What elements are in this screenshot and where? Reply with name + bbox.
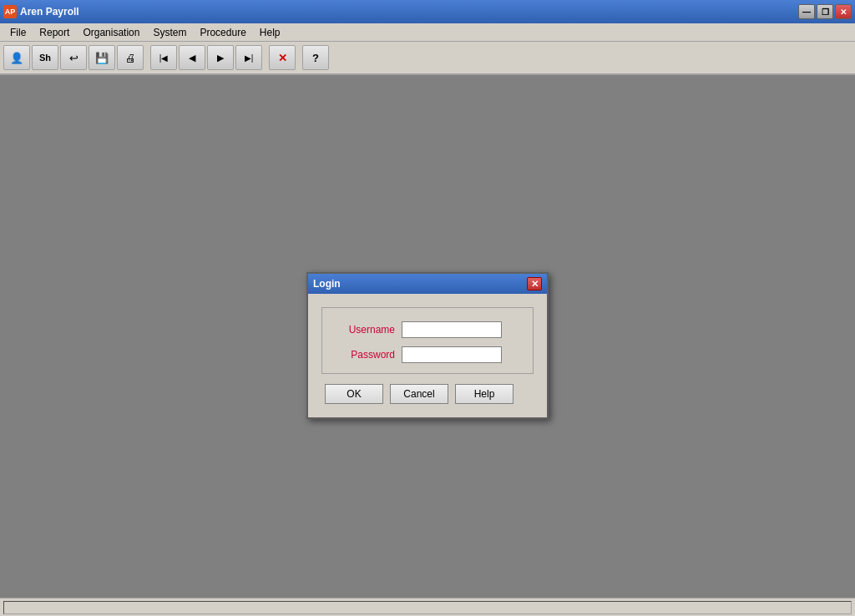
username-input[interactable]: [402, 321, 502, 338]
username-row: Username: [332, 321, 523, 338]
last-icon: ▶|: [245, 53, 254, 63]
dialog-buttons: OK Cancel Help: [321, 384, 534, 404]
restore-button[interactable]: ❐: [817, 4, 833, 19]
delete-button[interactable]: ✕: [269, 45, 296, 70]
app-title: Aren Payroll: [20, 6, 798, 18]
minimize-button[interactable]: —: [798, 4, 815, 19]
menu-report[interactable]: Report: [33, 25, 76, 40]
menu-organisation[interactable]: Organisation: [76, 25, 146, 40]
dialog-overlay: Login ✕ Username Password: [0, 75, 855, 616]
username-label: Username: [332, 324, 395, 336]
title-bar: AP Aren Payroll — ❐ ✕: [0, 0, 855, 23]
save-button[interactable]: 💾: [89, 45, 115, 70]
dialog-title: Login: [313, 278, 527, 290]
status-panel: [3, 601, 852, 614]
toolbar: 👤 Sh ↩ 💾 🖨 |◀ ◀ ▶ ▶| ✕: [0, 42, 855, 75]
close-button[interactable]: ✕: [835, 4, 852, 19]
menu-bar: File Report Organisation System Procedur…: [0, 23, 855, 42]
help-icon: ?: [312, 52, 319, 64]
prev-icon: ◀: [189, 53, 195, 63]
dialog-body: Username Password OK Cancel Help: [308, 294, 547, 417]
user-icon: 👤: [10, 52, 23, 64]
last-button[interactable]: ▶|: [235, 45, 262, 70]
next-button[interactable]: ▶: [207, 45, 234, 70]
password-label: Password: [332, 349, 395, 361]
next-icon: ▶: [217, 53, 224, 63]
first-button[interactable]: |◀: [150, 45, 177, 70]
dialog-help-button[interactable]: Help: [455, 384, 514, 404]
undo-icon: ↩: [69, 52, 78, 64]
app-icon: AP: [3, 5, 17, 18]
ok-button[interactable]: OK: [325, 384, 383, 404]
print-button[interactable]: 🖨: [117, 45, 144, 70]
password-row: Password: [332, 346, 523, 363]
undo-button[interactable]: ↩: [60, 45, 87, 70]
prev-button[interactable]: ◀: [179, 45, 205, 70]
app-window: AP Aren Payroll — ❐ ✕ File Report Organi…: [0, 0, 855, 616]
sh-icon: Sh: [39, 53, 51, 63]
save-icon: 💾: [95, 52, 109, 64]
menu-file[interactable]: File: [3, 25, 33, 40]
sh-button[interactable]: Sh: [32, 45, 58, 70]
menu-system[interactable]: System: [146, 25, 193, 40]
dialog-close-button[interactable]: ✕: [527, 277, 542, 290]
user-button[interactable]: 👤: [3, 45, 30, 70]
status-bar: [0, 598, 855, 616]
menu-help[interactable]: Help: [253, 25, 287, 40]
dialog-title-bar: Login ✕: [308, 274, 547, 294]
help-button[interactable]: ?: [302, 45, 329, 70]
dialog-inner: Username Password: [321, 307, 534, 374]
cancel-button[interactable]: Cancel: [390, 384, 448, 404]
login-dialog: Login ✕ Username Password: [306, 272, 549, 419]
main-content: Login ✕ Username Password: [0, 75, 855, 616]
title-bar-buttons: — ❐ ✕: [798, 4, 852, 19]
first-icon: |◀: [159, 53, 169, 63]
password-input[interactable]: [402, 346, 502, 363]
delete-icon: ✕: [278, 52, 287, 64]
print-icon: 🖨: [125, 52, 136, 64]
menu-procedure[interactable]: Procedure: [193, 25, 252, 40]
